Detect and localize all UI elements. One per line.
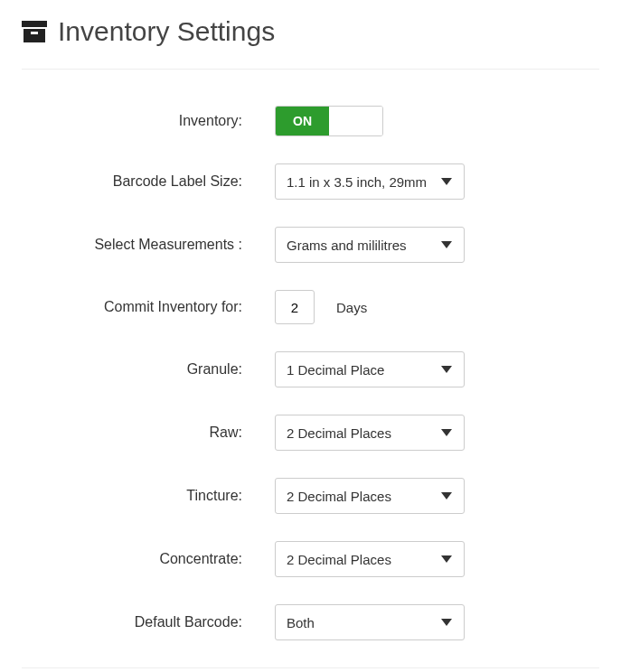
concentrate-label: Concentrate: — [22, 551, 275, 567]
granule-label: Granule: — [22, 361, 275, 378]
svg-rect-0 — [22, 21, 47, 27]
svg-rect-2 — [31, 32, 38, 34]
inventory-label: Inventory: — [22, 113, 275, 129]
granule-row: Granule: 1 Decimal Place — [22, 351, 599, 387]
settings-form: Inventory: ON Barcode Label Size: 1.1 in… — [22, 106, 599, 640]
default-barcode-select[interactable]: Both — [275, 604, 465, 640]
archive-icon — [22, 21, 47, 42]
barcode-label-size-row: Barcode Label Size: 1.1 in x 3.5 inch, 2… — [22, 163, 599, 200]
barcode-label-size-select[interactable]: 1.1 in x 3.5 inch, 29mm — [275, 163, 465, 200]
commit-inventory-label: Commit Inventory for: — [22, 299, 275, 315]
concentrate-select[interactable]: 2 Decimal Places — [275, 541, 465, 577]
tincture-row: Tincture: 2 Decimal Places — [22, 478, 599, 514]
commit-inventory-row: Commit Inventory for: Days — [22, 290, 599, 324]
measurements-row: Select Measurements : Grams and mililitr… — [22, 227, 599, 263]
page-title: Inventory Settings — [58, 16, 275, 47]
measurements-label: Select Measurements : — [22, 237, 275, 253]
concentrate-select-wrapper: 2 Decimal Places — [275, 541, 465, 577]
default-barcode-row: Default Barcode: Both — [22, 604, 599, 640]
tincture-select-wrapper: 2 Decimal Places — [275, 478, 465, 514]
commit-inventory-unit: Days — [336, 300, 367, 315]
granule-select[interactable]: 1 Decimal Place — [275, 351, 465, 387]
barcode-label-size-label: Barcode Label Size: — [22, 173, 275, 190]
concentrate-row: Concentrate: 2 Decimal Places — [22, 541, 599, 577]
toggle-on: ON — [276, 107, 329, 135]
page-header: Inventory Settings — [22, 16, 599, 70]
raw-label: Raw: — [22, 425, 275, 441]
raw-row: Raw: 2 Decimal Places — [22, 415, 599, 451]
svg-rect-1 — [24, 29, 45, 42]
tincture-label: Tincture: — [22, 488, 275, 504]
inventory-row: Inventory: ON — [22, 106, 599, 136]
inventory-toggle[interactable]: ON — [275, 106, 383, 136]
granule-select-wrapper: 1 Decimal Place — [275, 351, 465, 387]
commit-inventory-input[interactable] — [275, 290, 315, 324]
toggle-off — [329, 107, 382, 135]
raw-select[interactable]: 2 Decimal Places — [275, 415, 465, 451]
raw-select-wrapper: 2 Decimal Places — [275, 415, 465, 451]
page-footer: Save — [22, 667, 599, 672]
measurements-select-wrapper: Grams and mililitres — [275, 227, 465, 263]
measurements-select[interactable]: Grams and mililitres — [275, 227, 465, 263]
default-barcode-select-wrapper: Both — [275, 604, 465, 640]
tincture-select[interactable]: 2 Decimal Places — [275, 478, 465, 514]
default-barcode-label: Default Barcode: — [22, 614, 275, 630]
barcode-label-size-select-wrapper: 1.1 in x 3.5 inch, 29mm — [275, 163, 465, 200]
